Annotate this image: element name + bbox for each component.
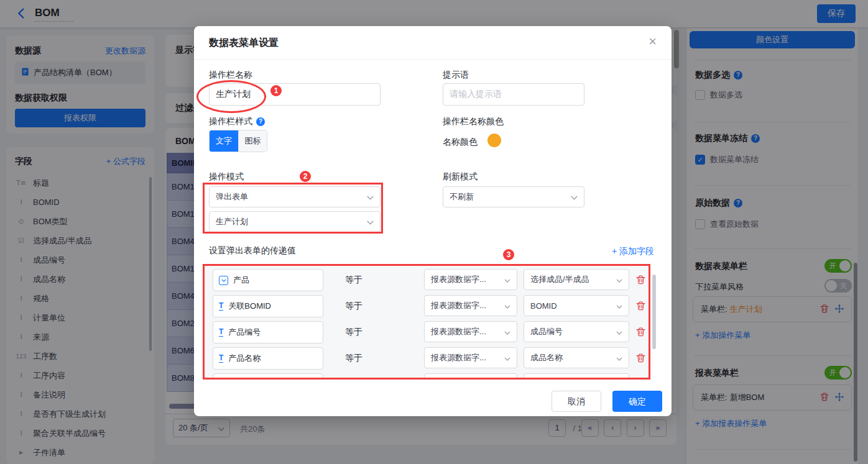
transfer-list-scrollbar[interactable] xyxy=(652,275,656,349)
tip-placeholder: 请输入提示语 xyxy=(450,89,502,100)
color-swatch[interactable] xyxy=(487,134,501,147)
style-label-text: 操作栏样式 xyxy=(209,116,252,127)
page-scrollbar[interactable] xyxy=(674,30,679,68)
annotation-rect-step3 xyxy=(203,264,650,380)
add-field-link[interactable]: + 添加字段 xyxy=(612,246,654,257)
name-label: 操作栏名称 xyxy=(209,70,252,81)
cancel-button[interactable]: 取消 xyxy=(552,391,601,412)
tip-input[interactable]: 请输入提示语 xyxy=(443,83,584,106)
style-option-icon[interactable]: 图标 xyxy=(238,130,267,152)
refresh-value: 不刷新 xyxy=(450,191,474,202)
transfer-label: 设置弹出表单的传递值 xyxy=(209,245,296,257)
help-icon[interactable]: ? xyxy=(256,117,265,126)
tip-label: 提示语 xyxy=(443,70,469,81)
annotation-rect-step2 xyxy=(203,183,383,234)
style-label: 操作栏样式? xyxy=(209,116,265,127)
style-option-text[interactable]: 文字 xyxy=(210,130,238,152)
annotation-badge-1: 1 xyxy=(270,85,282,96)
name-color-section-label: 操作栏名称颜色 xyxy=(443,116,504,127)
close-icon[interactable]: × xyxy=(649,34,657,50)
style-segmented-control: 文字 图标 xyxy=(209,130,267,152)
dialog-title: 数据表菜单设置 xyxy=(209,37,279,50)
refresh-label: 刷新模式 xyxy=(443,171,478,183)
mode-label: 操作模式 xyxy=(209,171,244,183)
annotation-badge-2: 2 xyxy=(300,171,311,182)
name-color-label: 名称颜色 xyxy=(443,137,478,148)
confirm-button[interactable]: 确定 xyxy=(612,391,662,412)
chevron-down-icon xyxy=(571,193,578,202)
refresh-select[interactable]: 不刷新 xyxy=(443,186,584,207)
annotation-oval-step1 xyxy=(196,80,266,113)
annotation-badge-3: 3 xyxy=(503,249,514,260)
